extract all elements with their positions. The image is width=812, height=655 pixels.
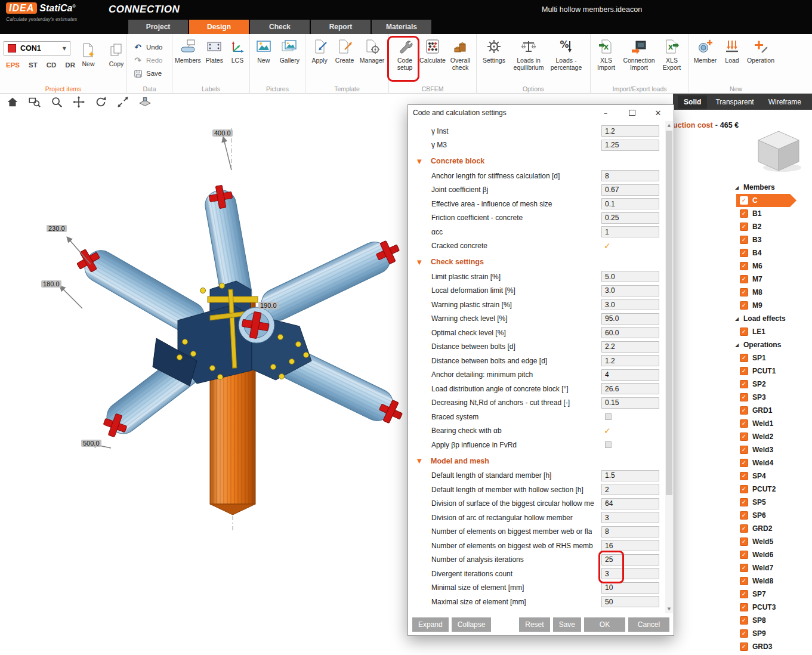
tree-row[interactable]: ✓ GRD3 (731, 640, 810, 653)
tree-item-label[interactable]: SP5 (752, 498, 766, 506)
save-button[interactable]: Save (131, 67, 172, 79)
tree-row[interactable]: ✓ GRD1 (731, 404, 810, 417)
fit-view-button[interactable] (115, 95, 131, 109)
tree-item-label[interactable]: Weld6 (752, 551, 773, 559)
analysis-mode[interactable]: EPS (6, 61, 20, 69)
tree-item-label[interactable]: LE1 (752, 328, 765, 336)
tree-row[interactable]: ✓ SP6 (731, 509, 810, 522)
home-view-button[interactable] (5, 95, 20, 109)
ribbon-tab[interactable]: Check (250, 20, 310, 34)
tree-item-label[interactable]: B1 (752, 209, 761, 218)
connection-selector[interactable]: CON1 ▼ (4, 41, 70, 55)
expander-icon[interactable]: ◢ (734, 185, 740, 190)
tree-checkbox[interactable]: ✓ (740, 590, 748, 598)
ribbon-tab[interactable]: Design (189, 20, 249, 34)
setting-value-field[interactable]: 1.5 (601, 470, 659, 481)
new-operation-button[interactable]: Operation (745, 36, 777, 66)
tree-row[interactable]: ✓ Weld3 (731, 443, 810, 456)
tree-row[interactable]: ✓ PCUT3 (731, 601, 810, 614)
new-picture-button[interactable]: New (252, 36, 276, 66)
tree-checkbox[interactable]: ✓ (740, 249, 748, 257)
setting-value-field[interactable]: 64 (601, 498, 659, 509)
dialog-scrollbar[interactable]: ▲ ▼ (665, 121, 673, 613)
labels-members-toggle[interactable]: Members (174, 36, 202, 66)
tree-checkbox[interactable]: ✓ (740, 288, 748, 296)
copy-project-item-button[interactable]: Copy (103, 40, 130, 69)
setting-value-field[interactable]: 0.15 (601, 397, 659, 409)
tree-checkbox[interactable]: ✓ (740, 196, 748, 205)
tree-item-label[interactable]: B2 (752, 223, 761, 231)
section-triangle-icon[interactable]: ▼ (417, 458, 422, 464)
tree-item-label[interactable]: SP9 (752, 629, 766, 638)
tree-row[interactable]: ✓ SP3 (731, 391, 810, 404)
tree-item-label[interactable]: M7 (752, 275, 762, 283)
tree-row[interactable]: ✓ Weld5 (731, 535, 810, 548)
tree-row[interactable]: ◢ Members (731, 181, 810, 194)
tree-row[interactable]: ✓ SP2 (731, 378, 810, 391)
setting-value-field[interactable]: 5.0 (601, 271, 659, 282)
dialog-button[interactable]: OK (584, 617, 625, 632)
tree-item-label[interactable]: Weld8 (752, 577, 773, 585)
tree-item-label[interactable]: SP8 (752, 616, 766, 625)
tree-checkbox[interactable]: ✓ (740, 328, 748, 336)
tree-checkbox[interactable]: ✓ (740, 432, 748, 441)
tree-item-label[interactable]: Weld5 (752, 537, 773, 546)
tree-item-label[interactable]: SP4 (752, 472, 766, 480)
tree-checkbox[interactable]: ✓ (740, 459, 748, 467)
redo-button[interactable]: ↷Redo (131, 54, 172, 66)
tree-item-label[interactable]: SP6 (752, 511, 766, 520)
expander-icon[interactable]: ◢ (734, 316, 740, 322)
tree-item-label[interactable]: M8 (752, 288, 762, 296)
view-mode-button[interactable]: Solid (678, 95, 707, 109)
tree-item-label[interactable]: GRD1 (752, 406, 772, 415)
dialog-button[interactable]: Expand (412, 617, 449, 632)
tree-item-label[interactable]: B3 (752, 236, 761, 244)
tree-checkbox[interactable]: ✓ (740, 524, 748, 533)
setting-value-field[interactable]: 3 (601, 568, 659, 579)
tree-row[interactable]: ✓ LE1 (731, 325, 810, 338)
tree-item-label[interactable]: SP1 (752, 354, 766, 362)
tree-row[interactable]: ✓ C (731, 194, 810, 207)
settings-button[interactable]: Settings (478, 36, 510, 66)
tree-row[interactable]: ✓ Weld7 (731, 561, 810, 574)
expander-icon[interactable]: ◢ (734, 342, 740, 348)
tree-checkbox[interactable]: ✓ (740, 485, 748, 493)
tree-item-label[interactable]: M9 (752, 301, 762, 310)
setting-value-field[interactable]: 0.67 (601, 184, 659, 196)
tree-checkbox[interactable]: ✓ (740, 511, 748, 520)
scrollbar-thumb[interactable] (666, 131, 672, 495)
pan-button[interactable] (71, 95, 87, 109)
minimize-button[interactable]: – (592, 105, 619, 121)
tree-row[interactable]: ◢ Operations (731, 338, 810, 351)
tree-checkbox[interactable]: ✓ (740, 209, 748, 218)
tree-checkbox[interactable]: ✓ (740, 262, 748, 270)
setting-value-field[interactable]: 3.0 (601, 299, 659, 310)
tree-row[interactable]: ✓ Weld4 (731, 456, 810, 469)
tree-item-label[interactable]: Operations (743, 341, 781, 349)
tree-item-label[interactable]: M6 (752, 262, 762, 270)
ribbon-tab[interactable]: Report (311, 20, 371, 34)
checkbox-checked[interactable]: ✓ (604, 241, 611, 251)
setting-value-field[interactable]: 25 (601, 554, 659, 566)
dialog-button[interactable]: Reset (519, 617, 549, 632)
tree-item-label[interactable]: Weld4 (752, 459, 773, 467)
tree-row[interactable]: ✓ B4 (731, 246, 810, 259)
section-triangle-icon[interactable]: ▼ (417, 158, 422, 165)
setting-value-field[interactable]: 8 (601, 170, 659, 181)
setting-value-field[interactable]: 2.2 (601, 341, 659, 353)
tree-row[interactable]: ✓ SP7 (731, 588, 810, 601)
template-create-button[interactable]: Create (332, 36, 357, 66)
tree-checkbox[interactable]: ✓ (740, 603, 748, 611)
tree-row[interactable]: ✓ B3 (731, 233, 810, 246)
tree-checkbox[interactable]: ✓ (740, 236, 748, 244)
tree-item-label[interactable]: SP2 (752, 380, 766, 388)
tree-item-label[interactable]: PCUT2 (752, 485, 776, 493)
scroll-up-arrow[interactable]: ▲ (665, 121, 673, 129)
tree-row[interactable]: ✓ GRD2 (731, 522, 810, 535)
setting-value-field[interactable]: 60.0 (601, 327, 659, 338)
view-mode-button[interactable]: Wireframe (762, 95, 807, 109)
tree-item-label[interactable]: B4 (752, 249, 761, 257)
ribbon-tab[interactable]: Project (128, 20, 188, 34)
tree-item-label[interactable]: PCUT3 (752, 603, 776, 611)
checkbox-unchecked[interactable] (605, 441, 612, 448)
